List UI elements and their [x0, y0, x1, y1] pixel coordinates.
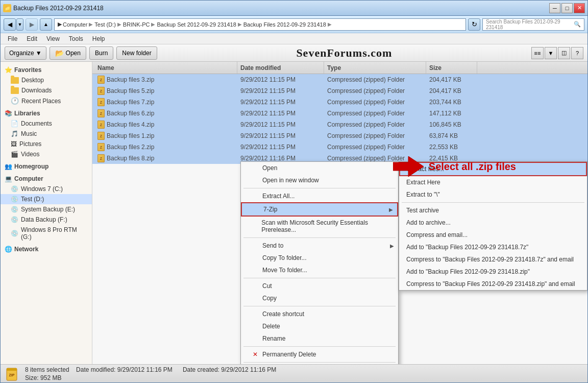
sub-context-menu-item-extract-to[interactable]: Extract to "\": [399, 188, 587, 201]
sub-context-menu-item-test-archive[interactable]: Test archive: [399, 204, 587, 217]
col-type[interactable]: Type: [324, 62, 426, 74]
sub-context-menu-item-extract-here[interactable]: Extract Here: [399, 176, 587, 188]
context-menu-item-delete[interactable]: Delete: [241, 320, 398, 332]
context-menu-item-copy[interactable]: Copy: [241, 292, 398, 304]
svg-rect-2: [7, 368, 17, 371]
table-row[interactable]: Z Backup files 7.zip 9/29/2012 11:15 PM …: [92, 97, 587, 108]
breadcrumb-brinkpc[interactable]: BRINK-PC: [123, 21, 150, 28]
context-menu-separator: [243, 306, 396, 306]
sidebar-section-network: 🌐 Network: [1, 244, 92, 254]
file-type-cell: Compressed (zipped) Folder: [324, 121, 426, 128]
sidebar-libraries-header[interactable]: 📚 Libraries: [1, 108, 92, 118]
organize-button[interactable]: Organize ▼: [5, 46, 46, 60]
sidebar-item-music[interactable]: 🎵 Music: [1, 129, 92, 139]
sidebar-item-videos[interactable]: 🎬 Videos: [1, 149, 92, 159]
zip-file-icon: Z: [97, 76, 105, 84]
sub-context-menu-item-add-backup-zip[interactable]: Add to "Backup Files 2012-09-29 231418.z…: [399, 266, 587, 278]
col-name[interactable]: Name: [94, 62, 237, 74]
breadcrumb-testd[interactable]: Test (D:): [94, 21, 116, 28]
sub-context-menu-item-compress-backup-zip-email[interactable]: Compress to "Backup Files 2012-09-29 231…: [399, 278, 587, 290]
file-size-cell: 22,553 KB: [426, 143, 477, 151]
file-name-cell: Z Backup files 3.zip: [94, 76, 237, 84]
computer-icon: 💻: [5, 175, 12, 182]
address-bar[interactable]: ▶ Computer ▶ Test (D:) ▶ BRINK-PC ▶ Back…: [54, 18, 466, 31]
table-row[interactable]: Z Backup files 1.zip 9/29/2012 11:15 PM …: [92, 130, 587, 141]
sub-context-menu-item-compress-backup-7z-email[interactable]: Compress to "Backup Files 2012-09-29 231…: [399, 253, 587, 266]
sidebar-item-win8[interactable]: 💿 Windows 8 Pro RTM (G:): [1, 225, 92, 242]
context-menu-item-scan[interactable]: Scan with Microsoft Security Essentials …: [241, 217, 398, 236]
table-row[interactable]: Z Backup files 5.zip 9/29/2012 11:15 PM …: [92, 85, 587, 97]
table-row[interactable]: Z Backup files 3.zip 9/29/2012 11:15 PM …: [92, 74, 587, 85]
sidebar-item-recent-places[interactable]: 🕐 Recent Places: [1, 95, 92, 106]
downloads-folder-icon: [11, 87, 19, 94]
sidebar-item-test[interactable]: 💿 Test (D:): [1, 194, 92, 204]
breadcrumb-backupfiles[interactable]: Backup Files 2012-09-29 231418: [243, 21, 326, 28]
context-menu-item-open[interactable]: Open: [241, 162, 398, 174]
context-menu-item-7zip[interactable]: 7-Zip▶: [241, 202, 398, 217]
svg-text:ZIP: ZIP: [9, 373, 15, 377]
menu-edit[interactable]: Edit: [22, 34, 41, 43]
file-size-cell: 106,845 KB: [426, 121, 477, 128]
menu-file[interactable]: File: [4, 34, 21, 43]
sidebar-item-win7[interactable]: 💿 Windows 7 (C:): [1, 184, 92, 194]
delete-icon: ✕: [251, 351, 259, 358]
sidebar-item-downloads[interactable]: Downloads: [1, 85, 92, 95]
breadcrumb-backupset[interactable]: Backup Set 2012-09-29 231418: [157, 21, 236, 28]
context-menu-item-perm-delete[interactable]: ✕Permanently Delete: [241, 348, 398, 361]
context-menu-separator: [243, 278, 396, 278]
table-row[interactable]: Z Backup files 2.zip 9/29/2012 11:15 PM …: [92, 141, 587, 153]
help-button[interactable]: ?: [571, 47, 583, 59]
navigation-bar: ◀ ▼ ▶ ▲ ▶ Computer ▶ Test (D:) ▶ BRINK-P…: [1, 16, 587, 33]
zip-file-icon: Z: [97, 121, 105, 129]
context-menu-item-create-shortcut[interactable]: Create shortcut: [241, 308, 398, 320]
open-button[interactable]: 📂 Open: [50, 46, 86, 60]
context-menu-item-open-new-window[interactable]: Open in new window: [241, 174, 398, 186]
context-menu-item-send-to[interactable]: Send to▶: [241, 240, 398, 252]
homegroup-icon: 👥: [5, 163, 12, 170]
menu-view[interactable]: View: [42, 34, 64, 43]
view-dropdown-button[interactable]: ▼: [545, 47, 557, 59]
context-menu-item-rename[interactable]: Rename: [241, 332, 398, 345]
menu-tools[interactable]: Tools: [65, 34, 87, 43]
view-details-button[interactable]: ≡≡: [531, 47, 544, 59]
file-date-cell: 9/29/2012 11:15 PM: [237, 99, 324, 106]
table-row[interactable]: Z Backup files 4.zip 9/29/2012 11:15 PM …: [92, 119, 587, 130]
search-bar[interactable]: Search Backup Files 2012-09-29 231418 🔍: [482, 18, 584, 31]
maximize-button[interactable]: □: [561, 3, 573, 13]
burn-button[interactable]: Burn: [89, 46, 113, 60]
sub-context-menu-item-compress-email[interactable]: Compress and email...: [399, 229, 587, 241]
sidebar-network-header[interactable]: 🌐 Network: [1, 244, 92, 254]
sub-context-menu-item-add-backup-7z[interactable]: Add to "Backup Files 2012-09-29 231418.7…: [399, 241, 587, 253]
file-type-cell: Compressed (zipped) Folder: [324, 99, 426, 106]
sidebar-item-desktop[interactable]: Desktop: [1, 75, 92, 85]
file-name-cell: Z Backup files 1.zip: [94, 132, 237, 140]
close-button[interactable]: ✕: [574, 3, 585, 13]
sidebar-item-sysbackup[interactable]: 💿 System Backup (E:): [1, 204, 92, 214]
breadcrumb: ▶ Computer ▶ Test (D:) ▶ BRINK-PC ▶ Back…: [58, 21, 332, 28]
context-menu-item-extract-all[interactable]: Extract All...: [241, 190, 398, 202]
sidebar-computer-header[interactable]: 💻 Computer: [1, 174, 92, 184]
context-menu-item-move-to[interactable]: Move To folder...: [241, 264, 398, 276]
back-button[interactable]: ◀: [4, 18, 16, 31]
sidebar-item-documents[interactable]: 📄 Documents: [1, 118, 92, 129]
breadcrumb-computer[interactable]: Computer: [63, 21, 87, 28]
new-folder-button[interactable]: New folder: [116, 46, 157, 60]
sidebar-homegroup-header[interactable]: 👥 Homegroup: [1, 161, 92, 172]
sub-context-menu-item-add-to-archive[interactable]: Add to archive...: [399, 217, 587, 229]
table-row[interactable]: Z Backup files 6.zip 9/29/2012 11:15 PM …: [92, 108, 587, 119]
sidebar-item-databackup[interactable]: 💿 Data Backup (F:): [1, 214, 92, 225]
back-dropdown-button[interactable]: ▼: [16, 18, 23, 31]
sidebar-item-pictures[interactable]: 🖼 Pictures: [1, 139, 92, 149]
sidebar-favorites-header[interactable]: ⭐ Favorites: [1, 65, 92, 75]
col-date[interactable]: Date modified: [237, 62, 324, 74]
minimize-button[interactable]: ─: [549, 3, 560, 13]
forward-button[interactable]: ▶: [26, 18, 38, 31]
up-button[interactable]: ▲: [40, 18, 52, 31]
col-size[interactable]: Size: [426, 62, 477, 74]
preview-pane-button[interactable]: ◫: [558, 47, 570, 59]
context-menu-item-cut[interactable]: Cut: [241, 280, 398, 292]
context-menu-item-copy-to[interactable]: Copy To folder...: [241, 252, 398, 264]
refresh-button[interactable]: ↻: [468, 18, 480, 31]
menu-help[interactable]: Help: [88, 34, 109, 43]
databackup-drive-icon: 💿: [11, 216, 18, 223]
